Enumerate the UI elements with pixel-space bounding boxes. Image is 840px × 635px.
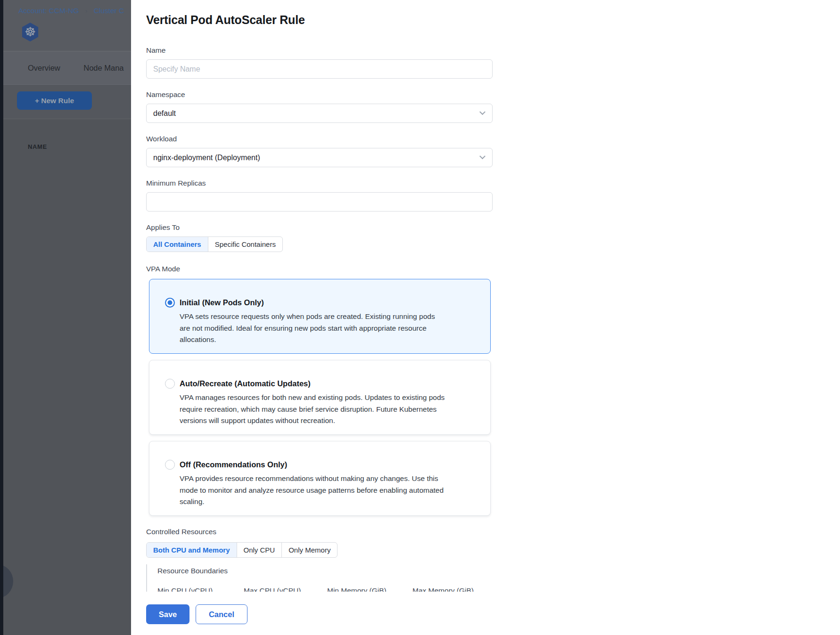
- controlled-resources-toggle: Both CPU and Memory Only CPU Only Memory: [146, 542, 338, 558]
- name-field-group: Name: [146, 46, 493, 79]
- name-label: Name: [146, 46, 493, 55]
- radio-selected-icon[interactable]: [165, 298, 175, 308]
- resource-boundaries-section: Resource Boundaries Min CPU (vCPU) Max C…: [146, 564, 493, 592]
- tab-overview[interactable]: Overview: [28, 64, 60, 72]
- resource-boundaries-label: Resource Boundaries: [157, 566, 493, 575]
- radio-unselected-icon[interactable]: [165, 379, 175, 389]
- controlled-resources-label: Controlled Resources: [146, 527, 493, 536]
- workload-selected-value: nginx-deployment (Deployment): [153, 154, 260, 162]
- vpa-mode-field-group: VPA Mode Initial (New Pods Only) VPA set…: [146, 264, 493, 516]
- save-button[interactable]: Save: [146, 604, 189, 624]
- radio-unselected-icon[interactable]: [165, 460, 175, 470]
- vpa-mode-option-off[interactable]: Off (Recommendations Only) VPA provides …: [149, 441, 491, 516]
- workload-label: Workload: [146, 134, 493, 143]
- applies-to-toggle: All Containers Specific Containers: [146, 236, 283, 252]
- drawer-title: Vertical Pod AutoScaler Rule: [146, 13, 493, 27]
- vpa-mode-option-title: Auto/Recreate (Automatic Updates): [180, 379, 471, 388]
- breadcrumb-cluster-link[interactable]: Cluster C: [94, 7, 124, 15]
- namespace-selected-value: default: [153, 109, 176, 118]
- vpa-rule-drawer: Vertical Pod AutoScaler Rule Name Namesp…: [131, 0, 840, 635]
- breadcrumb-account-link[interactable]: Account: CCM-NG: [18, 7, 79, 15]
- vpa-mode-option-title: Initial (New Pods Only): [180, 298, 471, 307]
- table-column-header-name: NAME: [28, 143, 47, 150]
- max-memory-label: Max Memory (GiB): [412, 586, 474, 592]
- applies-to-all-containers-option[interactable]: All Containers: [147, 237, 208, 252]
- breadcrumb-chevron-icon: ›: [85, 7, 88, 15]
- chevron-down-icon: [479, 153, 486, 159]
- vpa-mode-option-description: VPA provides resource recommendations wi…: [180, 473, 447, 508]
- workload-field-group: Workload nginx-deployment (Deployment): [146, 134, 493, 167]
- vpa-rule-form: Vertical Pod AutoScaler Rule Name Namesp…: [146, 13, 493, 592]
- new-rule-button[interactable]: + New Rule: [17, 91, 92, 110]
- minimum-replicas-label: Minimum Replicas: [146, 179, 493, 187]
- applies-to-specific-containers-option[interactable]: Specific Containers: [208, 237, 282, 252]
- chevron-down-icon: [479, 109, 486, 115]
- drawer-content[interactable]: Vertical Pod AutoScaler Rule Name Namesp…: [131, 0, 840, 592]
- controlled-resources-field-group: Controlled Resources Both CPU and Memory…: [146, 527, 493, 558]
- kubernetes-logo-icon: ☸: [21, 23, 39, 41]
- vpa-mode-option-title: Off (Recommendations Only): [180, 460, 471, 469]
- workload-select[interactable]: nginx-deployment (Deployment): [146, 148, 493, 167]
- namespace-label: Namespace: [146, 90, 493, 99]
- helm-wheel-glyph: ☸: [25, 26, 36, 39]
- namespace-field-group: Namespace default: [146, 90, 493, 123]
- breadcrumb: Account: CCM-NG › Cluster C: [18, 7, 124, 15]
- left-nav-strip: [0, 0, 3, 635]
- minimum-replicas-input[interactable]: [146, 192, 493, 212]
- vpa-mode-option-description: VPA manages resources for both new and e…: [180, 392, 447, 427]
- vpa-mode-option-description: VPA sets resource requests only when pod…: [180, 311, 447, 346]
- vpa-mode-label: VPA Mode: [146, 264, 493, 273]
- controlled-resources-only-memory-option[interactable]: Only Memory: [281, 543, 337, 557]
- vpa-mode-option-initial[interactable]: Initial (New Pods Only) VPA sets resourc…: [149, 279, 491, 354]
- applies-to-field-group: Applies To All Containers Specific Conta…: [146, 223, 493, 252]
- min-memory-label: Min Memory (GiB): [327, 586, 412, 592]
- namespace-select[interactable]: default: [146, 104, 493, 123]
- max-cpu-label: Max CPU (vCPU): [244, 586, 327, 592]
- controlled-resources-both-option[interactable]: Both CPU and Memory: [147, 543, 237, 557]
- name-input[interactable]: [146, 59, 493, 79]
- screen: Account: CCM-NG › Cluster C ☸ Overview N…: [0, 0, 840, 635]
- tab-node-management[interactable]: Node Mana: [83, 64, 124, 72]
- min-cpu-label: Min CPU (vCPU): [157, 586, 244, 592]
- minimum-replicas-field-group: Minimum Replicas: [146, 179, 493, 212]
- cancel-button[interactable]: Cancel: [196, 604, 247, 624]
- vpa-mode-option-auto-recreate[interactable]: Auto/Recreate (Automatic Updates) VPA ma…: [149, 360, 491, 435]
- controlled-resources-only-cpu-option[interactable]: Only CPU: [237, 543, 282, 557]
- resource-boundaries-columns: Min CPU (vCPU) Max CPU (vCPU) Min Memory…: [157, 586, 493, 592]
- drawer-footer: Save Cancel: [131, 592, 840, 635]
- applies-to-label: Applies To: [146, 223, 493, 232]
